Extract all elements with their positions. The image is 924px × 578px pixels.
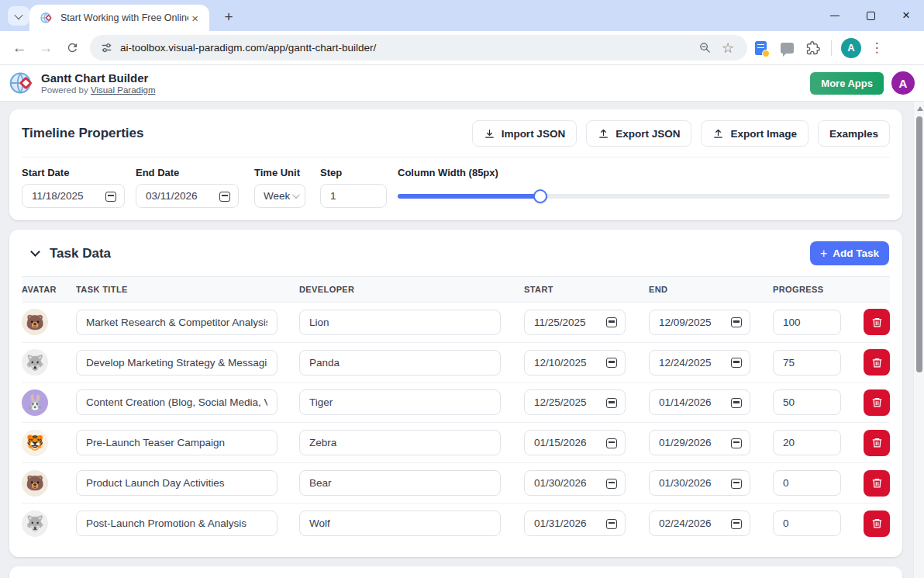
new-tab-button[interactable]: + bbox=[219, 7, 239, 27]
add-task-label: Add Task bbox=[833, 247, 879, 259]
calendar-icon[interactable] bbox=[731, 518, 742, 529]
minimize-icon bbox=[830, 16, 840, 16]
progress-input[interactable] bbox=[773, 350, 841, 376]
end-date-input[interactable]: 12/24/2025 bbox=[649, 350, 750, 376]
start-date-input[interactable]: 01/30/2026 bbox=[524, 470, 626, 496]
reload-icon bbox=[66, 41, 79, 54]
calendar-icon[interactable] bbox=[731, 397, 742, 408]
tab-close-icon[interactable]: × bbox=[188, 11, 202, 26]
end-date-input[interactable]: 01/30/2026 bbox=[649, 470, 750, 496]
developer-input[interactable] bbox=[299, 430, 501, 455]
progress-input[interactable] bbox=[773, 511, 841, 536]
screen: Start Working with Free Online × + × ← →… bbox=[0, 0, 924, 578]
calendar-icon[interactable] bbox=[606, 357, 617, 368]
examples-button[interactable]: Examples bbox=[818, 120, 890, 147]
progress-input[interactable] bbox=[773, 389, 841, 415]
developer-input[interactable] bbox=[299, 389, 501, 415]
progress-input[interactable] bbox=[773, 310, 841, 335]
step-label: Step bbox=[320, 167, 387, 178]
collapse-chevron-icon[interactable] bbox=[30, 247, 40, 257]
start-date-input[interactable]: 11/25/2025 bbox=[524, 310, 626, 335]
start-date-input[interactable]: 12/10/2025 bbox=[524, 350, 626, 376]
task-title-input[interactable] bbox=[76, 511, 278, 536]
delete-task-button[interactable] bbox=[864, 470, 890, 497]
export-image-button[interactable]: Export Image bbox=[701, 120, 808, 147]
end-date-value: 01/14/2026 bbox=[659, 396, 712, 408]
progress-input[interactable] bbox=[773, 470, 841, 496]
extension-doc-button[interactable] bbox=[747, 35, 774, 61]
calendar-icon[interactable] bbox=[731, 438, 742, 448]
url-text[interactable]: ai-toolbox.visual-paradigm.com/app/gantt… bbox=[120, 42, 693, 54]
extension-chat-button[interactable] bbox=[774, 35, 800, 61]
calendar-icon[interactable] bbox=[606, 478, 617, 489]
developer-input[interactable] bbox=[299, 511, 501, 536]
import-json-button[interactable]: Import JSON bbox=[472, 120, 578, 147]
column-header-progress: PROGRESS bbox=[773, 285, 864, 294]
developer-input[interactable] bbox=[299, 310, 501, 335]
window-maximize-button[interactable] bbox=[853, 0, 888, 31]
calendar-icon[interactable] bbox=[105, 191, 116, 202]
step-input[interactable] bbox=[320, 184, 387, 208]
task-title-input[interactable] bbox=[76, 389, 278, 415]
start-date-input[interactable]: 01/31/2026 bbox=[524, 511, 626, 536]
visual-paradigm-link[interactable]: Visual Paradigm bbox=[91, 85, 156, 95]
time-unit-select[interactable]: Week bbox=[254, 184, 305, 208]
start-date-input[interactable]: 12/25/2025 bbox=[524, 389, 626, 415]
browser-profile-avatar[interactable]: A bbox=[841, 38, 861, 58]
time-unit-value: Week bbox=[264, 190, 290, 202]
calendar-icon[interactable] bbox=[606, 397, 617, 408]
start-date-value: 11/18/2025 bbox=[32, 190, 84, 202]
task-title-input[interactable] bbox=[76, 350, 278, 376]
start-date-input[interactable]: 11/18/2025 bbox=[22, 184, 125, 208]
forward-button[interactable]: → bbox=[33, 35, 59, 61]
calendar-icon[interactable] bbox=[731, 478, 742, 489]
delete-task-button[interactable] bbox=[864, 349, 890, 376]
end-date-input[interactable]: 02/24/2026 bbox=[649, 511, 750, 536]
delete-task-button[interactable] bbox=[864, 430, 890, 456]
end-date-input[interactable]: 01/14/2026 bbox=[649, 389, 750, 415]
end-date-input[interactable]: 01/29/2026 bbox=[649, 430, 750, 455]
browser-tab[interactable]: Start Working with Free Online × bbox=[29, 5, 209, 31]
end-date-input[interactable]: 12/09/2025 bbox=[649, 310, 750, 335]
window-close-button[interactable]: × bbox=[888, 0, 924, 31]
more-apps-button[interactable]: More Apps bbox=[810, 72, 884, 95]
developer-input[interactable] bbox=[299, 350, 501, 376]
browser-menu-button[interactable]: ⋮ bbox=[866, 40, 888, 56]
calendar-icon[interactable] bbox=[219, 191, 230, 202]
delete-task-button[interactable] bbox=[864, 511, 890, 537]
address-bar[interactable]: ai-toolbox.visual-paradigm.com/app/gantt… bbox=[90, 35, 747, 61]
task-title-input[interactable] bbox=[76, 470, 278, 496]
page-title: Gantt Chart Builder bbox=[41, 71, 155, 85]
zoom-page-button[interactable] bbox=[693, 36, 716, 60]
delete-task-button[interactable] bbox=[864, 389, 890, 416]
bookmark-button[interactable]: ☆ bbox=[716, 36, 740, 60]
calendar-icon[interactable] bbox=[731, 317, 742, 327]
add-task-button[interactable]: + Add Task bbox=[810, 241, 889, 265]
scrollbar-up-arrow[interactable] bbox=[917, 106, 923, 111]
user-avatar[interactable]: A bbox=[891, 71, 915, 95]
developer-input[interactable] bbox=[299, 470, 501, 496]
task-title-input[interactable] bbox=[76, 430, 278, 455]
reload-button[interactable] bbox=[59, 35, 85, 61]
calendar-icon[interactable] bbox=[731, 357, 742, 368]
tab-search-button[interactable] bbox=[8, 6, 29, 26]
start-date-input[interactable]: 01/15/2026 bbox=[524, 430, 626, 455]
calendar-icon[interactable] bbox=[606, 518, 617, 529]
progress-input[interactable] bbox=[773, 430, 841, 455]
window-minimize-button[interactable] bbox=[817, 0, 853, 31]
export-json-button[interactable]: Export JSON bbox=[586, 120, 691, 147]
calendar-icon[interactable] bbox=[606, 317, 617, 327]
table-row: 🐺 01/31/2026 02/24/2026 bbox=[22, 504, 890, 544]
scrollbar-thumb[interactable] bbox=[916, 116, 922, 372]
site-info-icon[interactable] bbox=[101, 42, 112, 54]
slider-thumb[interactable] bbox=[533, 189, 547, 203]
end-date-input[interactable]: 03/11/2026 bbox=[136, 184, 239, 208]
back-button[interactable]: ← bbox=[6, 35, 33, 61]
column-width-slider[interactable] bbox=[398, 184, 890, 208]
task-title-input[interactable] bbox=[76, 310, 278, 335]
calendar-icon[interactable] bbox=[606, 438, 617, 448]
delete-task-button[interactable] bbox=[864, 309, 890, 335]
extensions-button[interactable] bbox=[800, 35, 826, 61]
start-date-label: Start Date bbox=[22, 167, 125, 178]
page-scrollbar[interactable] bbox=[913, 102, 924, 578]
